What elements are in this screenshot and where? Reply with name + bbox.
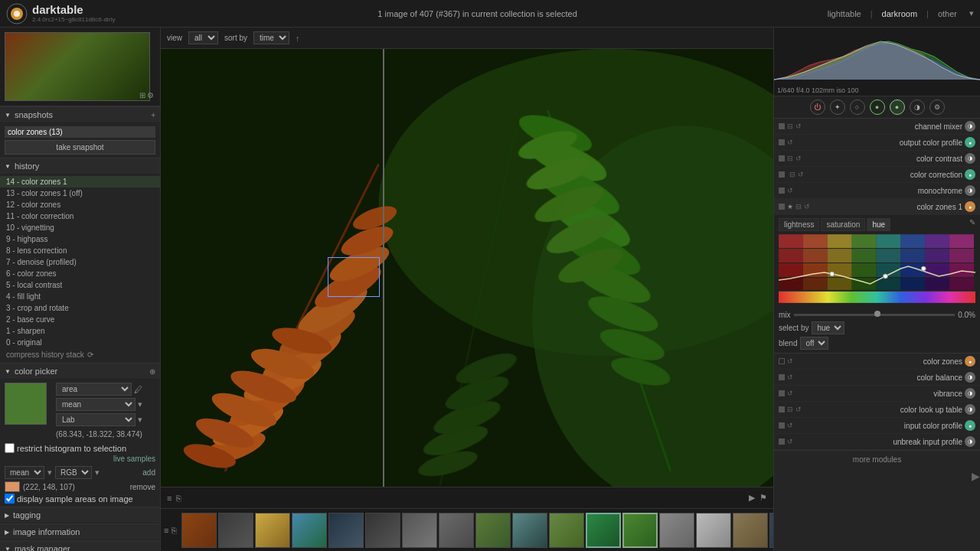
history-item-12[interactable]: 2 - base curve	[0, 314, 160, 325]
color-picker-header[interactable]: ▼ color picker ⊕	[0, 363, 160, 380]
film-thumb-3[interactable]	[255, 513, 290, 548]
module-enable-color-contrast[interactable]	[779, 155, 785, 161]
film-thumb-8[interactable]	[439, 513, 474, 548]
display-sample-checkbox[interactable]	[5, 494, 15, 504]
module-reset-color-zones-1-icon[interactable]: ↺	[804, 203, 810, 210]
module-multi-icon-color-zones-1[interactable]: ⊟	[795, 203, 802, 210]
color-picker-area-select[interactable]: area	[56, 383, 132, 396]
module-reset-vibrance-icon[interactable]: ↺	[787, 390, 793, 397]
film-thumb-4[interactable]	[292, 513, 327, 548]
module-enable-output-color-profile[interactable]	[779, 139, 785, 145]
module-reset-color-correction-icon[interactable]: ↺	[798, 171, 804, 178]
history-item-9[interactable]: 5 - local contrast	[0, 279, 160, 291]
film-thumb-7[interactable]	[402, 513, 437, 548]
nav-lighttable[interactable]: lighttable	[825, 8, 864, 20]
module-name-output-color-profile[interactable]: output color profile	[795, 139, 962, 147]
filmstrip-copy-icon[interactable]: ⎘	[172, 526, 177, 535]
module-enable-channel-mixer[interactable]	[779, 123, 785, 129]
history-item-4[interactable]: 10 - vignetting	[0, 222, 160, 233]
mix-slider[interactable]	[794, 314, 956, 316]
film-thumb-9[interactable]	[475, 513, 511, 548]
color-picker-lab-select[interactable]: Lab	[56, 413, 136, 426]
module-name-color-contrast[interactable]: color contrast	[804, 155, 962, 163]
module-name-vibrance[interactable]: vibrance	[795, 390, 962, 398]
module-name-color-zones[interactable]: color zones	[795, 357, 962, 366]
module-multi-icon-color-lut[interactable]: ⊟	[787, 406, 793, 413]
module-reset-color-lut-icon[interactable]: ↺	[795, 406, 802, 413]
module-name-color-correction[interactable]: color correction	[806, 171, 962, 179]
module-enable-color-balance[interactable]	[779, 374, 785, 380]
module-green-circle-icon[interactable]: ●	[870, 99, 885, 115]
remove-sample-link[interactable]: remove	[130, 483, 155, 491]
compress-history-stack[interactable]: compress history stack ⟳	[0, 348, 160, 361]
take-snapshot-button[interactable]: take snapshot	[5, 140, 155, 155]
nav-darkroom[interactable]: darkroom	[879, 8, 920, 20]
split-view-line[interactable]	[383, 49, 384, 487]
nav-other[interactable]: other	[935, 8, 960, 20]
film-thumb-6[interactable]	[365, 513, 400, 548]
film-thumb-13[interactable]	[622, 513, 658, 548]
tab-hue[interactable]: hue	[867, 218, 890, 231]
color-space-select[interactable]: RGB	[55, 466, 92, 479]
film-thumb-1[interactable]	[181, 513, 217, 548]
module-reset-color-contrast-icon[interactable]: ↺	[795, 155, 802, 162]
film-thumb-5[interactable]	[328, 513, 364, 548]
module-circle-icon[interactable]: ○	[850, 99, 865, 115]
module-icon-color-contrast[interactable]: ◑	[965, 153, 975, 164]
film-thumb-2[interactable]	[218, 513, 253, 548]
mean-type-select[interactable]: mean	[5, 466, 44, 479]
history-item-8[interactable]: 6 - color zones	[0, 268, 160, 279]
sort-select[interactable]: time	[253, 31, 289, 44]
module-multi2-icon-color-correction[interactable]: ⊟	[789, 171, 795, 178]
history-item-14[interactable]: 0 - original	[0, 337, 160, 348]
module-name-input-color-profile[interactable]: input color profile	[795, 422, 962, 430]
module-icon-color-balance[interactable]: ◑	[965, 372, 975, 383]
film-thumb-14[interactable]	[659, 513, 694, 548]
sort-direction-icon[interactable]: ↑	[296, 34, 300, 43]
bottom-flag-icon[interactable]: ⚑	[760, 493, 767, 503]
module-reset-input-color-profile-icon[interactable]: ↺	[787, 422, 793, 429]
module-icon-monochrome[interactable]: ◑	[965, 185, 975, 196]
module-multi-icon-channel-mixer[interactable]: ⊟	[787, 122, 793, 130]
module-name-unbreak-input-profile[interactable]: unbreak input profile	[795, 438, 962, 446]
film-thumb-15[interactable]	[696, 513, 731, 548]
module-icon-vibrance[interactable]: ◑	[965, 388, 975, 399]
module-full-circle-icon[interactable]: ●	[890, 99, 905, 115]
color-picker-mean-select[interactable]: mean	[56, 398, 136, 411]
module-enable-unbreak-input-profile[interactable]	[779, 439, 785, 445]
module-icon-input-color-profile[interactable]: ●	[965, 420, 975, 431]
snapshots-add-icon[interactable]: +	[151, 111, 155, 119]
module-icon-channel-mixer[interactable]: ◑	[965, 121, 975, 132]
select-by-select[interactable]: hue	[812, 321, 844, 334]
more-modules-button[interactable]: more modules	[774, 450, 980, 468]
module-icon-unbreak-input-profile[interactable]: ◑	[965, 436, 975, 447]
module-enable-color-zones[interactable]	[779, 358, 785, 364]
nav-chevron-icon[interactable]: ▾	[969, 8, 974, 18]
color-zones-edit-icon[interactable]: ✎	[969, 218, 975, 231]
module-icon-color-correction[interactable]: ●	[965, 169, 975, 180]
history-item-5[interactable]: 9 - highpass	[0, 233, 160, 245]
history-item-13[interactable]: 1 - sharpen	[0, 325, 160, 337]
snapshots-header[interactable]: ▼ snapshots +	[0, 106, 160, 123]
tab-lightness[interactable]: lightness	[779, 218, 819, 231]
color-picker-eyedropper-icon[interactable]: 🖊	[134, 385, 142, 394]
film-thumb-12[interactable]	[586, 513, 621, 548]
mask-manager-header[interactable]: ▼ mask manager	[0, 540, 160, 551]
history-header[interactable]: ▼ history	[0, 158, 160, 174]
history-item-7[interactable]: 7 - denoise (profiled)	[0, 256, 160, 268]
view-select[interactable]: all	[188, 31, 218, 44]
module-name-color-look-up-table[interactable]: color look up table	[804, 406, 962, 414]
module-icon-color-zones-1[interactable]: ●	[965, 201, 975, 212]
history-item-2[interactable]: 12 - color zones	[0, 199, 160, 210]
tab-saturation[interactable]: saturation	[821, 218, 865, 231]
module-name-color-zones-1[interactable]: color zones 1	[812, 203, 962, 211]
live-samples-link[interactable]: live samples	[5, 455, 155, 463]
copy-icon[interactable]: ⎘	[176, 494, 181, 503]
module-enable-input-color-profile[interactable]	[779, 422, 785, 429]
bottom-play-icon[interactable]: ▶	[749, 493, 755, 503]
module-reset-color-balance-icon[interactable]: ↺	[787, 373, 793, 381]
history-item-10[interactable]: 4 - fill light	[0, 291, 160, 302]
restrict-histogram-checkbox[interactable]	[5, 443, 15, 453]
film-thumb-16[interactable]	[733, 513, 768, 548]
module-half-circle-icon[interactable]: ◑	[910, 99, 925, 115]
